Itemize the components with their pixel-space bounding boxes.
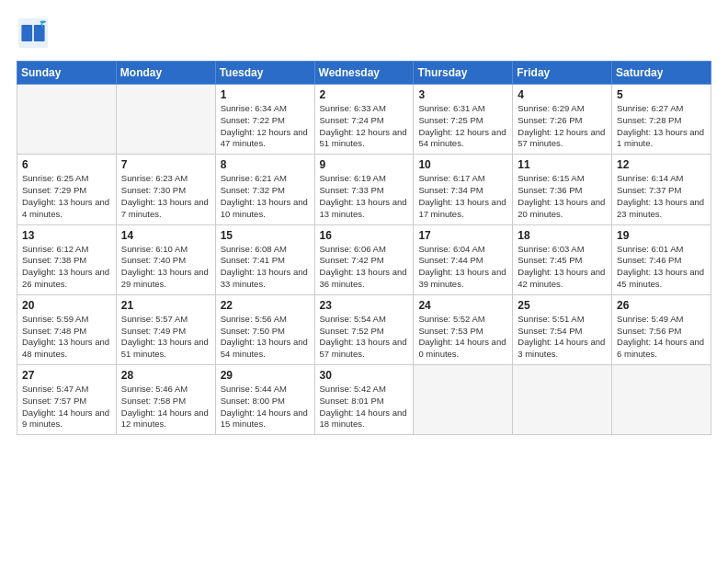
day-cell: 10Sunrise: 6:17 AM Sunset: 7:34 PM Dayli…: [414, 155, 513, 224]
day-cell: 12Sunrise: 6:14 AM Sunset: 7:37 PM Dayli…: [612, 155, 711, 224]
day-number: 16: [320, 229, 409, 242]
day-cell: 13Sunrise: 6:12 AM Sunset: 7:38 PM Dayli…: [17, 224, 117, 294]
col-header-thursday: Thursday: [414, 62, 513, 85]
day-detail: Sunrise: 6:19 AM Sunset: 7:33 PM Dayligh…: [320, 173, 409, 220]
day-number: 25: [518, 299, 607, 312]
day-detail: Sunrise: 6:01 AM Sunset: 7:46 PM Dayligh…: [617, 244, 706, 291]
day-detail: Sunrise: 6:27 AM Sunset: 7:28 PM Dayligh…: [617, 103, 706, 150]
day-number: 12: [617, 158, 706, 171]
day-cell: 17Sunrise: 6:04 AM Sunset: 7:44 PM Dayli…: [414, 224, 513, 294]
day-detail: Sunrise: 6:21 AM Sunset: 7:32 PM Dayligh…: [221, 173, 310, 220]
day-detail: Sunrise: 6:23 AM Sunset: 7:30 PM Dayligh…: [121, 173, 210, 220]
day-cell: 7Sunrise: 6:23 AM Sunset: 7:30 PM Daylig…: [116, 155, 215, 224]
day-cell: 21Sunrise: 5:57 AM Sunset: 7:49 PM Dayli…: [116, 294, 215, 364]
day-detail: Sunrise: 5:54 AM Sunset: 7:52 PM Dayligh…: [320, 314, 409, 361]
day-number: 18: [518, 229, 607, 242]
day-number: 22: [221, 299, 310, 312]
day-detail: Sunrise: 5:56 AM Sunset: 7:50 PM Dayligh…: [221, 314, 310, 361]
day-cell: 16Sunrise: 6:06 AM Sunset: 7:42 PM Dayli…: [314, 224, 414, 294]
day-detail: Sunrise: 5:46 AM Sunset: 7:58 PM Dayligh…: [121, 384, 210, 431]
day-number: 24: [418, 299, 507, 312]
day-detail: Sunrise: 5:59 AM Sunset: 7:48 PM Dayligh…: [22, 314, 111, 361]
day-number: 21: [121, 299, 210, 312]
day-number: 27: [22, 369, 111, 382]
week-row-1: 1Sunrise: 6:34 AM Sunset: 7:22 PM Daylig…: [17, 85, 711, 155]
day-detail: Sunrise: 6:34 AM Sunset: 7:22 PM Dayligh…: [221, 103, 310, 150]
day-number: 3: [418, 88, 507, 101]
svg-rect-1: [21, 25, 32, 41]
day-detail: Sunrise: 6:10 AM Sunset: 7:40 PM Dayligh…: [121, 244, 210, 291]
header: [17, 17, 711, 50]
day-detail: Sunrise: 6:14 AM Sunset: 7:37 PM Dayligh…: [617, 173, 706, 220]
day-detail: Sunrise: 5:51 AM Sunset: 7:54 PM Dayligh…: [518, 314, 607, 361]
col-header-saturday: Saturday: [612, 62, 711, 85]
day-cell: 8Sunrise: 6:21 AM Sunset: 7:32 PM Daylig…: [215, 155, 314, 224]
day-detail: Sunrise: 6:25 AM Sunset: 7:29 PM Dayligh…: [22, 173, 111, 220]
week-row-3: 13Sunrise: 6:12 AM Sunset: 7:38 PM Dayli…: [17, 224, 711, 294]
day-cell: 22Sunrise: 5:56 AM Sunset: 7:50 PM Dayli…: [215, 294, 314, 364]
day-detail: Sunrise: 6:04 AM Sunset: 7:44 PM Dayligh…: [418, 244, 507, 291]
day-number: 17: [418, 229, 507, 242]
day-number: 26: [617, 299, 706, 312]
day-cell: 3Sunrise: 6:31 AM Sunset: 7:25 PM Daylig…: [414, 85, 513, 155]
day-number: 5: [617, 88, 706, 101]
day-number: 11: [518, 158, 607, 171]
day-number: 29: [221, 369, 310, 382]
day-cell: 5Sunrise: 6:27 AM Sunset: 7:28 PM Daylig…: [612, 85, 711, 155]
day-number: 7: [121, 158, 210, 171]
day-cell: 9Sunrise: 6:19 AM Sunset: 7:33 PM Daylig…: [314, 155, 414, 224]
day-number: 14: [121, 229, 210, 242]
logo: [17, 17, 51, 50]
day-cell: [513, 365, 612, 435]
day-number: 13: [22, 229, 111, 242]
day-cell: [414, 365, 513, 435]
day-cell: 29Sunrise: 5:44 AM Sunset: 8:00 PM Dayli…: [215, 365, 314, 435]
day-cell: 30Sunrise: 5:42 AM Sunset: 8:01 PM Dayli…: [314, 365, 414, 435]
day-cell: 11Sunrise: 6:15 AM Sunset: 7:36 PM Dayli…: [513, 155, 612, 224]
day-cell: [612, 365, 711, 435]
calendar-table: SundayMondayTuesdayWednesdayThursdayFrid…: [17, 61, 711, 435]
day-detail: Sunrise: 6:17 AM Sunset: 7:34 PM Dayligh…: [418, 173, 507, 220]
day-number: 2: [320, 88, 409, 101]
day-detail: Sunrise: 6:08 AM Sunset: 7:41 PM Dayligh…: [221, 244, 310, 291]
day-detail: Sunrise: 6:33 AM Sunset: 7:24 PM Dayligh…: [320, 103, 409, 150]
day-cell: 26Sunrise: 5:49 AM Sunset: 7:56 PM Dayli…: [612, 294, 711, 364]
day-detail: Sunrise: 5:44 AM Sunset: 8:00 PM Dayligh…: [221, 384, 310, 431]
col-header-monday: Monday: [116, 62, 215, 85]
week-row-5: 27Sunrise: 5:47 AM Sunset: 7:57 PM Dayli…: [17, 365, 711, 435]
day-number: 28: [121, 369, 210, 382]
week-row-2: 6Sunrise: 6:25 AM Sunset: 7:29 PM Daylig…: [17, 155, 711, 224]
week-row-4: 20Sunrise: 5:59 AM Sunset: 7:48 PM Dayli…: [17, 294, 711, 364]
day-number: 19: [617, 229, 706, 242]
day-detail: Sunrise: 5:49 AM Sunset: 7:56 PM Dayligh…: [617, 314, 706, 361]
day-number: 4: [518, 88, 607, 101]
day-detail: Sunrise: 6:03 AM Sunset: 7:45 PM Dayligh…: [518, 244, 607, 291]
day-cell: 15Sunrise: 6:08 AM Sunset: 7:41 PM Dayli…: [215, 224, 314, 294]
day-cell: [17, 85, 117, 155]
day-detail: Sunrise: 6:15 AM Sunset: 7:36 PM Dayligh…: [518, 173, 607, 220]
day-detail: Sunrise: 6:31 AM Sunset: 7:25 PM Dayligh…: [418, 103, 507, 150]
day-cell: 20Sunrise: 5:59 AM Sunset: 7:48 PM Dayli…: [17, 294, 117, 364]
day-number: 15: [221, 229, 310, 242]
day-detail: Sunrise: 5:57 AM Sunset: 7:49 PM Dayligh…: [121, 314, 210, 361]
day-number: 10: [418, 158, 507, 171]
day-detail: Sunrise: 6:12 AM Sunset: 7:38 PM Dayligh…: [22, 244, 111, 291]
day-cell: 6Sunrise: 6:25 AM Sunset: 7:29 PM Daylig…: [17, 155, 117, 224]
day-cell: [116, 85, 215, 155]
logo-icon: [17, 17, 50, 50]
col-header-tuesday: Tuesday: [215, 62, 314, 85]
day-cell: 1Sunrise: 6:34 AM Sunset: 7:22 PM Daylig…: [215, 85, 314, 155]
day-detail: Sunrise: 6:06 AM Sunset: 7:42 PM Dayligh…: [320, 244, 409, 291]
day-cell: 18Sunrise: 6:03 AM Sunset: 7:45 PM Dayli…: [513, 224, 612, 294]
col-header-sunday: Sunday: [17, 62, 117, 85]
day-number: 9: [320, 158, 409, 171]
day-number: 1: [221, 88, 310, 101]
day-cell: 27Sunrise: 5:47 AM Sunset: 7:57 PM Dayli…: [17, 365, 117, 435]
col-header-wednesday: Wednesday: [314, 62, 414, 85]
day-cell: 2Sunrise: 6:33 AM Sunset: 7:24 PM Daylig…: [314, 85, 414, 155]
day-detail: Sunrise: 5:42 AM Sunset: 8:01 PM Dayligh…: [320, 384, 409, 431]
day-detail: Sunrise: 5:47 AM Sunset: 7:57 PM Dayligh…: [22, 384, 111, 431]
col-header-friday: Friday: [513, 62, 612, 85]
day-cell: 23Sunrise: 5:54 AM Sunset: 7:52 PM Dayli…: [314, 294, 414, 364]
day-number: 20: [22, 299, 111, 312]
